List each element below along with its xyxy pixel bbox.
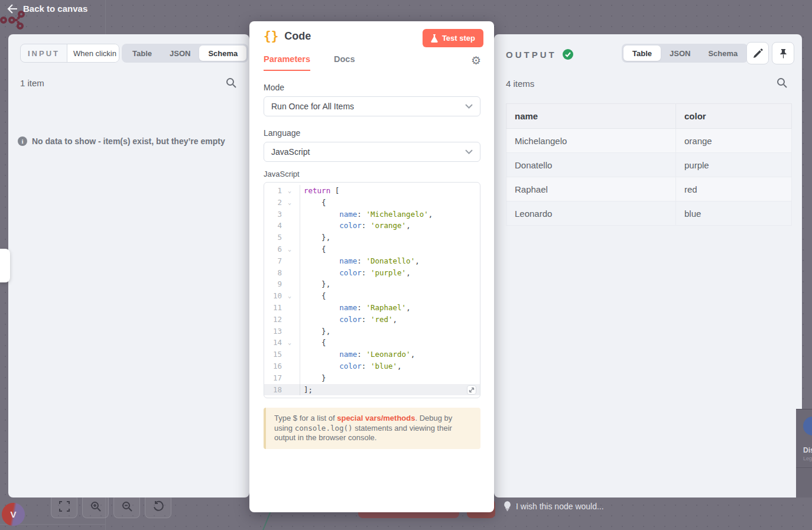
- output-data-table: namecolor MichelangeloorangeDonatellopur…: [506, 103, 792, 226]
- hint-code-snippet: console.log(): [295, 424, 353, 433]
- fold-spacer: [282, 360, 297, 372]
- back-to-canvas-button[interactable]: Back to canvas: [7, 4, 87, 14]
- code-line[interactable]: 13 },: [264, 326, 480, 337]
- table-cell: Michelangelo: [506, 129, 676, 153]
- test-step-button[interactable]: Test step: [423, 29, 483, 47]
- table-cell: purple: [676, 153, 792, 177]
- code-text: {: [300, 337, 326, 349]
- zoom-out-button[interactable]: [113, 494, 140, 518]
- input-tab-table[interactable]: Table: [124, 45, 161, 61]
- output-search-icon[interactable]: [777, 77, 787, 88]
- mode-select[interactable]: Run Once for All Items: [264, 96, 480, 116]
- input-source-node-button[interactable]: When clickin: [67, 44, 119, 62]
- code-line[interactable]: 2⌄ {: [264, 197, 480, 209]
- back-to-canvas-label: Back to canvas: [23, 4, 87, 14]
- modal-tabs: Parameters Docs: [264, 54, 355, 71]
- code-line[interactable]: 10⌄ {: [264, 290, 480, 302]
- hint-text: Type $ for a list of: [274, 414, 337, 422]
- user-avatar[interactable]: V: [2, 503, 25, 526]
- code-line[interactable]: 7 name: 'Donatello',: [264, 255, 480, 267]
- code-line[interactable]: 3 name: 'Michelangelo',: [264, 209, 480, 220]
- panel-drag-handle[interactable]: [0, 249, 10, 282]
- input-tab-schema[interactable]: Schema: [199, 45, 246, 61]
- table-cell: Leonardo: [506, 201, 676, 226]
- reset-zoom-button[interactable]: [145, 494, 171, 518]
- code-text: return [: [300, 185, 339, 197]
- editor-label: JavaScript: [264, 170, 300, 178]
- code-node-modal: {} Code Test step Parameters Docs ⚙ Mode…: [249, 21, 494, 512]
- fold-chevron-icon[interactable]: ⌄: [282, 197, 297, 209]
- fold-spacer: [282, 314, 297, 326]
- special-vars-link[interactable]: special vars/methods: [337, 414, 415, 422]
- code-line[interactable]: 17 }: [264, 372, 480, 384]
- gear-icon[interactable]: ⚙: [471, 55, 481, 66]
- code-line[interactable]: 16 color: 'blue',: [264, 360, 480, 372]
- mode-label: Mode: [264, 83, 284, 92]
- editor-resize-handle[interactable]: [467, 385, 476, 395]
- fold-chevron-icon[interactable]: ⌄: [282, 290, 297, 302]
- code-text: name: 'Michelangelo',: [300, 209, 433, 220]
- code-line[interactable]: 8 color: 'purple',: [264, 267, 480, 279]
- tab-docs[interactable]: Docs: [334, 54, 355, 71]
- chevron-down-icon: [465, 104, 473, 109]
- table-cell: blue: [676, 201, 792, 226]
- code-line[interactable]: 15 name: 'Leonardo',: [264, 349, 480, 360]
- pin-output-button[interactable]: [772, 42, 794, 64]
- fold-chevron-icon[interactable]: ⌄: [282, 243, 297, 255]
- table-cell: orange: [676, 129, 792, 153]
- fold-spacer: [282, 384, 297, 396]
- input-tab-json[interactable]: JSON: [161, 45, 199, 61]
- fold-spacer: [282, 232, 297, 243]
- input-items-count: 1 item: [20, 78, 44, 88]
- line-number: 8: [264, 267, 282, 279]
- fold-spacer: [282, 278, 297, 290]
- table-row: Donatellopurple: [506, 153, 792, 177]
- output-panel-label: OUTPUT: [506, 50, 557, 60]
- edit-output-button[interactable]: [746, 42, 769, 64]
- table-row: Leonardoblue: [506, 201, 792, 226]
- zoom-to-fit-button[interactable]: [51, 494, 77, 518]
- code-text: color: 'blue',: [300, 360, 402, 372]
- node-feedback-link[interactable]: I wish this node would...: [504, 501, 604, 511]
- code-text: {: [300, 197, 326, 209]
- tab-parameters[interactable]: Parameters: [264, 54, 310, 71]
- code-line[interactable]: 5 },: [264, 232, 480, 243]
- code-line[interactable]: 4 color: 'orange',: [264, 220, 480, 232]
- input-search-icon[interactable]: [226, 77, 236, 88]
- line-number: 2: [264, 197, 282, 209]
- output-tab-schema[interactable]: Schema: [699, 45, 746, 61]
- avatar-initial: V: [10, 509, 16, 519]
- code-line[interactable]: 12 color: 'red',: [264, 314, 480, 326]
- input-source-control: INPUT When clickin: [20, 44, 119, 63]
- code-text: name: 'Donatello',: [300, 255, 420, 267]
- language-value: JavaScript: [271, 147, 310, 157]
- output-tab-json[interactable]: JSON: [661, 45, 699, 61]
- lightbulb-icon: [504, 501, 511, 511]
- code-text: name: 'Raphael',: [300, 302, 411, 314]
- code-text: color: 'purple',: [300, 267, 411, 279]
- fold-spacer: [282, 349, 297, 360]
- line-number: 9: [264, 278, 282, 290]
- pencil-icon: [753, 48, 763, 58]
- line-number: 6: [264, 243, 282, 255]
- line-number: 1: [264, 185, 282, 197]
- input-empty-message-row: i No data to show - item(s) exist, but t…: [18, 136, 240, 146]
- fold-chevron-icon[interactable]: ⌄: [282, 337, 297, 349]
- line-number: 7: [264, 255, 282, 267]
- code-line[interactable]: 14⌄ {: [264, 337, 480, 349]
- code-editor[interactable]: 1⌄return [2⌄ {3 name: 'Michelangelo',4 c…: [264, 182, 480, 398]
- zoom-in-button[interactable]: [82, 494, 109, 518]
- code-line[interactable]: 11 name: 'Raphael',: [264, 302, 480, 314]
- input-display-mode-tabs: Table JSON Schema: [122, 44, 248, 63]
- language-select[interactable]: JavaScript: [264, 142, 480, 162]
- code-line[interactable]: 6⌄ {: [264, 243, 480, 255]
- fold-chevron-icon[interactable]: ⌄: [282, 185, 297, 197]
- code-line[interactable]: 18];: [264, 384, 480, 396]
- dimmed-node-title: Dis: [803, 446, 812, 454]
- dimmed-node-icon: [803, 417, 812, 435]
- code-line[interactable]: 9 },: [264, 278, 480, 290]
- code-line[interactable]: 1⌄return [: [264, 185, 480, 197]
- column-header-color: color: [676, 104, 792, 129]
- output-tab-table[interactable]: Table: [623, 45, 661, 61]
- code-text: {: [300, 243, 326, 255]
